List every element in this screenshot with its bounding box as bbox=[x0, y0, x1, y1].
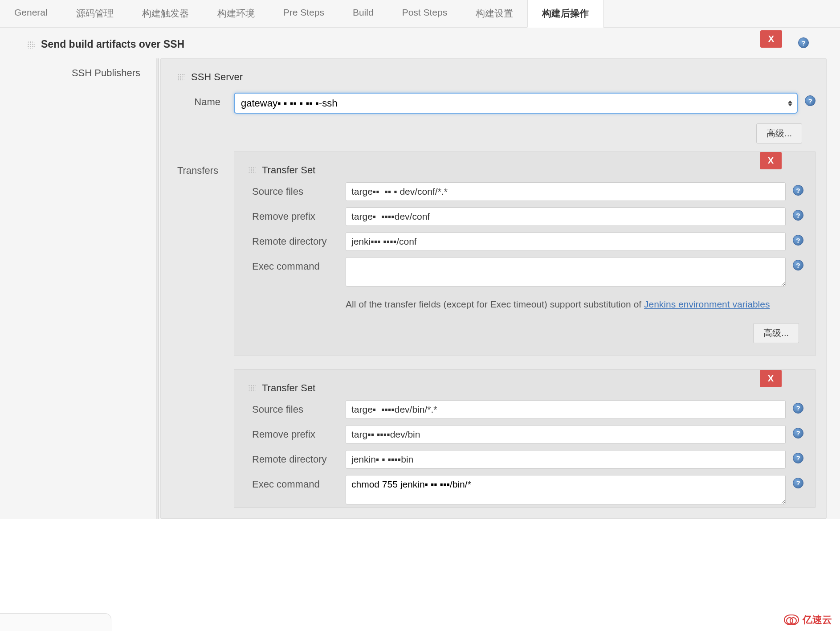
help-icon[interactable]: ? bbox=[793, 478, 803, 488]
help-icon[interactable]: ? bbox=[793, 260, 803, 270]
delete-transfer-button[interactable]: X bbox=[760, 370, 782, 387]
exec-cmd-textarea[interactable] bbox=[346, 257, 786, 287]
server-name-label: Name bbox=[171, 93, 234, 108]
help-icon[interactable]: ? bbox=[805, 95, 816, 106]
help-icon[interactable]: ? bbox=[793, 185, 803, 196]
tab-buildsettings[interactable]: 构建设置 bbox=[461, 0, 527, 27]
transfer-set-panel: X Transfer Set Source files bbox=[234, 369, 816, 508]
transfer-set-panel: X Transfer Set Source files bbox=[234, 152, 816, 356]
panel-resize-bar[interactable] bbox=[156, 58, 159, 519]
transfers-label: Transfers bbox=[171, 152, 234, 508]
remote-dir-label: Remote directory bbox=[252, 450, 346, 465]
delete-step-button[interactable]: X bbox=[760, 30, 782, 48]
help-icon[interactable]: ? bbox=[798, 37, 809, 48]
section-header: Send build artifacts over SSH bbox=[27, 33, 827, 58]
tab-general[interactable]: General bbox=[0, 0, 62, 27]
tab-build[interactable]: Build bbox=[338, 0, 388, 27]
help-icon[interactable]: ? bbox=[793, 235, 803, 246]
ssh-server-panel: SSH Server Name gateway▪ ▪ ▪▪ ▪ ▪▪ ▪-ssh… bbox=[160, 58, 827, 519]
help-icon[interactable]: ? bbox=[793, 428, 803, 438]
advanced-button[interactable]: 高级... bbox=[756, 123, 802, 143]
advanced-button[interactable]: 高级... bbox=[753, 323, 799, 343]
delete-transfer-button[interactable]: X bbox=[760, 152, 782, 169]
remove-prefix-label: Remove prefix bbox=[252, 207, 346, 222]
ssh-server-header: SSH Server bbox=[171, 71, 816, 83]
server-name-select[interactable]: gateway▪ ▪ ▪▪ ▪ ▪▪ ▪-ssh bbox=[234, 93, 798, 114]
source-files-label: Source files bbox=[252, 400, 346, 415]
drag-handle-icon[interactable] bbox=[177, 73, 185, 81]
exec-cmd-label: Exec command bbox=[252, 257, 346, 272]
source-files-label: Source files bbox=[252, 182, 346, 197]
remote-dir-label: Remote directory bbox=[252, 232, 346, 247]
remove-prefix-input[interactable] bbox=[346, 207, 786, 226]
transfer-set-header: Transfer Set bbox=[242, 164, 803, 176]
remote-dir-input[interactable] bbox=[346, 232, 786, 251]
tab-scm[interactable]: 源码管理 bbox=[62, 0, 128, 27]
help-icon[interactable]: ? bbox=[793, 403, 803, 414]
drag-handle-icon[interactable] bbox=[27, 41, 35, 49]
exec-cmd-textarea[interactable]: chmod 755 jenkin▪ ▪▪ ▪▪▪/bin/* bbox=[346, 475, 786, 504]
ssh-publishers-label: SSH Publishers bbox=[27, 58, 156, 519]
drag-handle-icon[interactable] bbox=[248, 166, 256, 174]
help-icon[interactable]: ? bbox=[793, 453, 803, 463]
remove-prefix-input[interactable] bbox=[346, 425, 786, 444]
tab-poststeps[interactable]: Post Steps bbox=[388, 0, 462, 27]
help-icon[interactable]: ? bbox=[793, 210, 803, 221]
tab-presteps[interactable]: Pre Steps bbox=[269, 0, 338, 27]
tab-triggers[interactable]: 构建触发器 bbox=[128, 0, 203, 27]
section-title: Send build artifacts over SSH bbox=[41, 38, 184, 50]
remove-prefix-label: Remove prefix bbox=[252, 425, 346, 440]
drag-handle-icon[interactable] bbox=[248, 384, 256, 392]
remote-dir-input[interactable] bbox=[346, 450, 786, 469]
env-vars-link[interactable]: Jenkins environment variables bbox=[644, 299, 770, 309]
tab-postbuild[interactable]: 构建后操作 bbox=[527, 0, 603, 28]
source-files-input[interactable] bbox=[346, 182, 786, 201]
exec-cmd-label: Exec command bbox=[252, 475, 346, 490]
tab-env[interactable]: 构建环境 bbox=[203, 0, 269, 27]
tabs-bar: General 源码管理 构建触发器 构建环境 Pre Steps Build … bbox=[0, 0, 840, 28]
post-build-section: Send build artifacts over SSH X ? SSH Pu… bbox=[0, 28, 840, 519]
transfer-note: All of the transfer fields (except for E… bbox=[346, 293, 803, 311]
transfer-set-header: Transfer Set bbox=[242, 382, 803, 394]
source-files-input[interactable] bbox=[346, 400, 786, 419]
